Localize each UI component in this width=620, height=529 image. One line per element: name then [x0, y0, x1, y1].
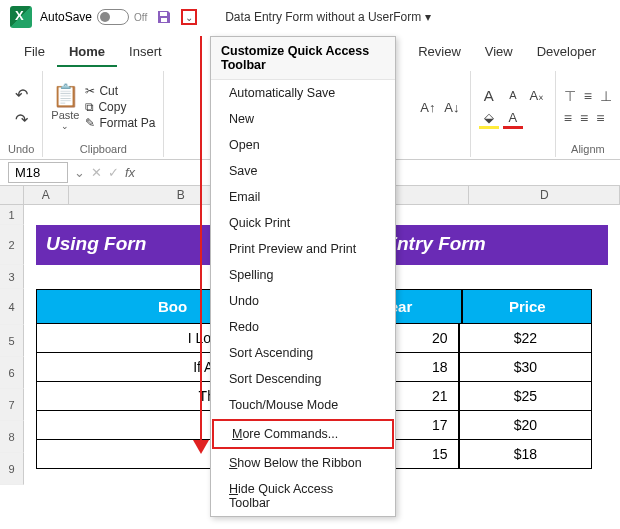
font-color-icon[interactable]: A	[503, 109, 523, 129]
menu-item-quick-print[interactable]: Quick Print	[211, 210, 395, 236]
qat-customize-dropdown[interactable]: ⌄	[181, 9, 197, 25]
row-header-1[interactable]: 1	[0, 205, 24, 225]
clipboard-label: Clipboard	[80, 143, 127, 155]
row-header-5[interactable]: 5	[0, 325, 24, 357]
cancel-icon[interactable]: ✕	[91, 165, 102, 180]
copy-button[interactable]: ⧉ Copy	[85, 100, 155, 114]
fx-icon[interactable]: fx	[125, 165, 135, 180]
autosave-toggle[interactable]: AutoSave Off	[40, 9, 147, 25]
enter-icon[interactable]: ✓	[108, 165, 119, 180]
paste-button[interactable]: 📋 Paste ⌄	[51, 83, 79, 131]
menu-item-touch-mouse[interactable]: Touch/Mouse Mode	[211, 392, 395, 418]
row-header-8[interactable]: 8	[0, 421, 24, 453]
menu-item-more-commands[interactable]: More Commands...	[212, 419, 394, 449]
row-header-7[interactable]: 7	[0, 389, 24, 421]
menu-item-show-below[interactable]: Show Below the Ribbon	[211, 450, 395, 476]
align-left-icon[interactable]: ≡	[564, 110, 572, 126]
row-header-3[interactable]: 3	[0, 265, 24, 289]
menu-item-open[interactable]: Open	[211, 132, 395, 158]
grow-font-icon[interactable]: A	[479, 85, 499, 105]
paste-icon: 📋	[52, 83, 79, 109]
row-header-4[interactable]: 4	[0, 289, 24, 325]
cell-price[interactable]: $18	[459, 440, 592, 469]
annotation-arrow-line	[200, 36, 202, 446]
tab-file[interactable]: File	[12, 38, 57, 67]
row-header-6[interactable]: 6	[0, 357, 24, 389]
tab-insert[interactable]: Insert	[117, 38, 174, 67]
namebox-dropdown-icon[interactable]: ⌄	[74, 165, 85, 180]
qat-customize-menu: Customize Quick Access Toolbar Automatic…	[210, 36, 396, 517]
cell-price[interactable]: $20	[459, 411, 592, 440]
col-header-d[interactable]: D	[469, 186, 620, 204]
alignment-group: ⊤ ≡ ⊥ ≡ ≡ ≡ Alignm	[556, 71, 620, 157]
align-right-icon[interactable]: ≡	[596, 110, 604, 126]
menu-item-undo[interactable]: Undo	[211, 288, 395, 314]
align-center-icon[interactable]: ≡	[580, 110, 588, 126]
cut-icon: ✂	[85, 84, 95, 98]
qat-menu-title: Customize Quick Access Toolbar	[211, 37, 395, 80]
name-box[interactable]: M18	[8, 162, 68, 183]
menu-item-hide-qat[interactable]: Hide Quick Access Toolbar	[211, 476, 395, 516]
font-style-group: A A Aₓ ⬙ A	[471, 71, 556, 157]
menu-item-auto-save[interactable]: Automatically Save	[211, 80, 395, 106]
format-painter-button[interactable]: ✎ Format Pa	[85, 116, 155, 130]
menu-item-sort-desc[interactable]: Sort Descending	[211, 366, 395, 392]
menu-item-new[interactable]: New	[211, 106, 395, 132]
annotation-arrow-head-icon	[193, 440, 209, 454]
menu-item-email[interactable]: Email	[211, 184, 395, 210]
row-header-9[interactable]: 9	[0, 453, 24, 485]
col-header-a[interactable]: A	[24, 186, 69, 204]
clipboard-group: 📋 Paste ⌄ ✂ Cut ⧉ Copy ✎ Format Pa Clipb…	[43, 71, 164, 157]
menu-item-spelling[interactable]: Spelling	[211, 262, 395, 288]
clear-format-icon[interactable]: Aₓ	[527, 85, 547, 105]
document-title[interactable]: Data Entry Form without a UserForm ▾	[225, 10, 430, 24]
tab-developer[interactable]: Developer	[525, 38, 608, 67]
brush-icon: ✎	[85, 116, 95, 130]
autosave-label: AutoSave	[40, 10, 92, 24]
align-bottom-icon[interactable]: ⊥	[600, 88, 612, 104]
alignment-label: Alignm	[571, 143, 605, 155]
save-icon[interactable]	[155, 8, 173, 26]
increase-font-icon[interactable]: A↑	[418, 97, 438, 117]
undo-icon[interactable]: ↶	[15, 85, 28, 104]
shrink-font-icon[interactable]: A	[503, 85, 523, 105]
fill-color-icon[interactable]: ⬙	[479, 109, 499, 129]
copy-icon: ⧉	[85, 100, 94, 114]
menu-item-save[interactable]: Save	[211, 158, 395, 184]
decrease-font-icon[interactable]: A↓	[442, 97, 462, 117]
menu-item-redo[interactable]: Redo	[211, 314, 395, 340]
title-bar: AutoSave Off ⌄ Data Entry Form without a…	[0, 0, 620, 34]
cut-button[interactable]: ✂ Cut	[85, 84, 155, 98]
menu-item-print-preview[interactable]: Print Preview and Print	[211, 236, 395, 262]
undo-group-label: Undo	[8, 143, 34, 155]
cell-price[interactable]: $22	[459, 324, 592, 353]
toggle-switch-icon[interactable]	[97, 9, 129, 25]
autosave-state: Off	[134, 12, 147, 23]
table-header-price[interactable]: Price	[462, 289, 592, 324]
redo-icon[interactable]: ↷	[15, 110, 28, 129]
menu-item-sort-asc[interactable]: Sort Ascending	[211, 340, 395, 366]
tab-home[interactable]: Home	[57, 38, 117, 67]
cell-price[interactable]: $25	[459, 382, 592, 411]
undo-group: ↶ ↷ Undo	[0, 71, 43, 157]
tab-view[interactable]: View	[473, 38, 525, 67]
align-middle-icon[interactable]: ≡	[584, 88, 592, 104]
cell-price[interactable]: $30	[459, 353, 592, 382]
select-all-corner[interactable]	[0, 186, 24, 204]
tab-review[interactable]: Review	[406, 38, 473, 67]
align-top-icon[interactable]: ⊤	[564, 88, 576, 104]
row-header-2[interactable]: 2	[0, 225, 24, 265]
excel-logo-icon	[10, 6, 32, 28]
